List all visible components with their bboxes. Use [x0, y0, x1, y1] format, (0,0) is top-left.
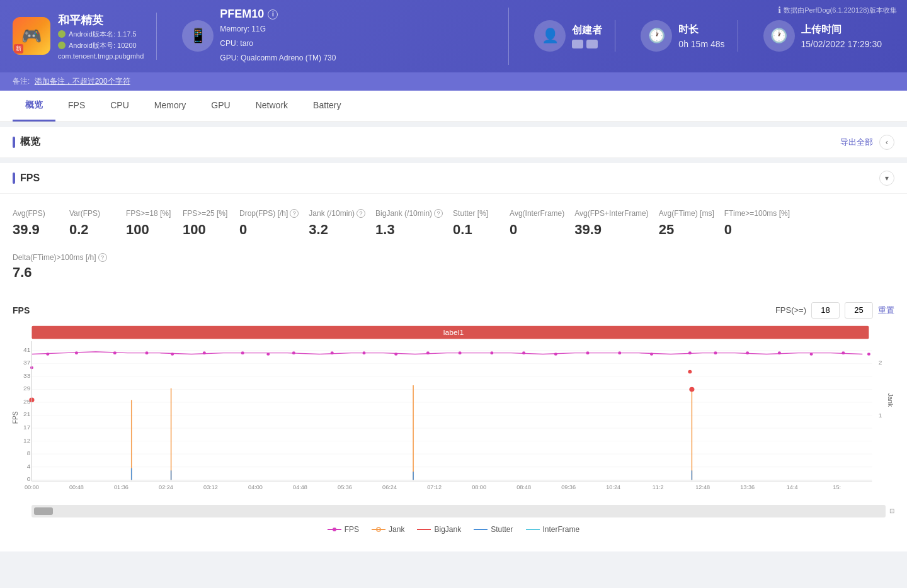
svg-point-33 [171, 353, 174, 356]
session-info-block: 📱 PFEM10 i Memory: 11G CPU: taro GPU: Qu… [169, 8, 509, 65]
fps-second-stat-label: Delta(FTime)>100ms [/h] ? [13, 253, 894, 262]
tab-cpu[interactable]: CPU [98, 91, 142, 121]
chart-scrollbar[interactable] [31, 505, 886, 517]
svg-text:37: 37 [23, 359, 30, 366]
duration-block: 🕐 时长 0h 15m 48s [628, 20, 738, 52]
app-name: 和平精英 [58, 13, 144, 28]
svg-point-49 [688, 351, 692, 354]
svg-point-47 [618, 351, 621, 354]
svg-point-44 [522, 351, 525, 354]
svg-text:02:24: 02:24 [159, 484, 173, 490]
fps-25-input[interactable] [845, 302, 873, 319]
fps-stat-label: FPS>=25 [%] [183, 209, 229, 218]
duration-icon: 🕐 [641, 20, 672, 52]
fps-stat-label: Avg(FPS) [13, 209, 59, 218]
app-version-name: Android版本名: 1.17.5 [58, 30, 144, 39]
data-source-label: ℹ 数据由PerfDog(6.1.220128)版本收集 [778, 5, 897, 15]
svg-point-51 [688, 370, 692, 373]
svg-text:00:48: 00:48 [69, 484, 84, 490]
creator-dot-1 [572, 40, 583, 48]
fps-stat-value: 25 [659, 222, 714, 238]
session-gpu: GPU: Qualcomm Adreno (TM) 730 [220, 52, 336, 64]
export-all-button[interactable]: 导出全部 [840, 137, 873, 148]
help-icon[interactable]: ? [357, 209, 365, 218]
fps-18-input[interactable] [811, 302, 840, 319]
creator-icon: 👤 [534, 20, 566, 52]
fps-second-stat-value: 7.6 [13, 264, 894, 281]
session-info-icon[interactable]: i [268, 9, 278, 20]
fps-reset-button[interactable]: 重置 [878, 305, 894, 316]
fps-stat-item: Avg(InterFrame) 0 [510, 204, 574, 243]
note-prefix: 备注: [13, 77, 30, 86]
svg-text:0: 0 [27, 475, 31, 482]
svg-point-46 [586, 351, 590, 354]
overview-collapse-button[interactable]: ‹ [879, 135, 894, 150]
legend-fps: FPS [328, 525, 359, 534]
svg-point-53 [778, 351, 781, 354]
creator-content: 创建者 [572, 24, 602, 48]
upload-block: 🕐 上传时间 15/02/2022 17:29:30 [751, 20, 894, 52]
tab-gpu[interactable]: GPU [198, 91, 242, 121]
creator-dots [572, 40, 602, 48]
app-info-block: 🎮 新 和平精英 Android版本名: 1.17.5 Android版本号: … [13, 13, 157, 60]
fps-stat-item: FTime>=100ms [%] 0 [724, 204, 800, 243]
device-icon: 📱 [182, 20, 214, 52]
help-icon[interactable]: ? [290, 209, 299, 218]
overview-section-header: 概览 导出全部 ‹ [0, 127, 907, 158]
svg-text:03:12: 03:12 [203, 484, 218, 490]
creator-block: 👤 创建者 [522, 20, 615, 52]
fps-stat-value: 100 [183, 222, 229, 238]
svg-text:29: 29 [23, 385, 30, 392]
tab-fps[interactable]: FPS [55, 91, 98, 121]
svg-text:08:48: 08:48 [516, 484, 531, 490]
fps-stat-label: Drop(FPS) [/h] ? [239, 209, 299, 218]
svg-point-50 [714, 351, 717, 354]
nav-tabs: 概览 FPS CPU Memory GPU Network Battery [0, 91, 907, 122]
fps-chart-title: FPS [13, 305, 30, 315]
svg-point-52 [746, 351, 749, 354]
duration-value: 0h 15m 48s [678, 39, 724, 49]
fps-stat-value: 0 [239, 222, 299, 238]
svg-point-39 [362, 351, 365, 354]
legend-bigjank-icon [417, 526, 431, 533]
session-cpu: CPU: taro [220, 38, 336, 50]
svg-point-55 [841, 351, 845, 354]
help-icon[interactable]: ? [434, 209, 443, 218]
legend-jank-label: Jank [389, 525, 404, 534]
help-icon-2[interactable]: ? [98, 253, 107, 262]
legend-jank: Jank [372, 525, 404, 534]
scroll-end-icon: ⊡ [889, 507, 894, 514]
legend-stutter: Stutter [474, 525, 513, 534]
scrollbar-thumb[interactable] [34, 507, 53, 515]
fps-stat-item: Avg(FPS) 39.9 [13, 204, 69, 243]
svg-point-54 [810, 353, 813, 356]
tab-overview[interactable]: 概览 [13, 91, 55, 122]
tab-memory[interactable]: Memory [142, 91, 199, 121]
svg-point-38 [331, 351, 334, 354]
duration-content: 时长 0h 15m 48s [678, 23, 724, 49]
fps-stat-value: 0.1 [453, 222, 499, 238]
fps-stat-label: Avg(FTime) [ms] [659, 209, 714, 218]
duration-label: 时长 [678, 23, 724, 37]
session-memory: Memory: 11G [220, 23, 336, 35]
svg-point-30 [75, 351, 78, 354]
fps-stat-item: FPS>=18 [%] 100 [126, 204, 183, 243]
fps-stat-label: Avg(InterFrame) [510, 209, 564, 218]
legend-fps-label: FPS [345, 525, 359, 534]
fps-line [31, 351, 862, 354]
fps-chart-svg: label1 41 37 33 29 25 21 17 12 8 4 0 FPS [13, 324, 894, 500]
fps-chart-container: FPS FPS(>=) 重置 label1 41 37 33 2 [0, 296, 907, 551]
fps-stat-item: FPS>=25 [%] 100 [183, 204, 239, 243]
svg-text:01:36: 01:36 [114, 484, 128, 490]
upload-icon: 🕐 [763, 20, 795, 52]
fps-chart-wrapper: label1 41 37 33 29 25 21 17 12 8 4 0 FPS [13, 324, 894, 520]
svg-text:17: 17 [23, 424, 30, 431]
legend-jank-icon [372, 526, 385, 533]
svg-text:8: 8 [27, 449, 31, 456]
fps-collapse-button[interactable]: ▾ [879, 171, 894, 186]
tab-battery[interactable]: Battery [300, 91, 353, 121]
fps-section: FPS ▾ Avg(FPS) 39.9 Var(FPS) 0.2 FPS>=18… [0, 163, 907, 551]
legend-interframe-label: InterFrame [543, 525, 580, 534]
tab-network[interactable]: Network [243, 91, 300, 121]
note-input[interactable]: 添加备注，不超过200个字符 [35, 77, 130, 86]
